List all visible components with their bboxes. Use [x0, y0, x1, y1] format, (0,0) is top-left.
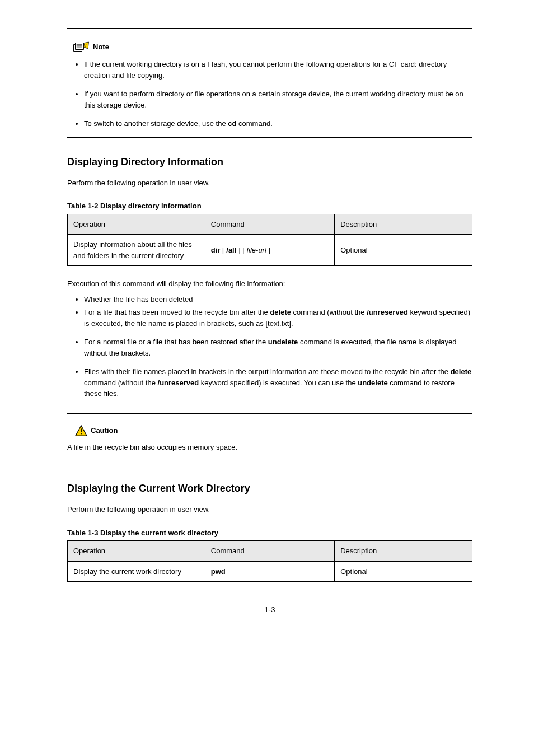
table-header: Operation — [68, 214, 205, 235]
table-cell: Display the current work directory — [68, 561, 205, 582]
table-row: Display the current work directory pwd O… — [68, 561, 472, 582]
section-intro: Perform the following operation in user … — [67, 504, 472, 515]
note-bullet: If the current working directory is on a… — [84, 59, 472, 81]
note-bullet: To switch to another storage device, use… — [84, 118, 472, 129]
exec-label: Execution of this command will display t… — [67, 278, 472, 290]
caution-label: Caution — [91, 425, 118, 436]
caution-header: Caution — [75, 425, 472, 436]
exec-bullet: Files with their file names placed in br… — [84, 366, 472, 399]
exec-bullet: For a normal file or a file that has bee… — [84, 337, 472, 358]
svg-rect-8 — [81, 433, 82, 434]
section-heading: Displaying Directory Information — [67, 155, 472, 170]
table-cell: dir [ /all ] [ file-url ] — [205, 235, 334, 266]
caution-icon — [75, 425, 87, 436]
table-header: Description — [335, 214, 472, 235]
section-displaying-cwd: Displaying the Current Work Directory Pe… — [67, 481, 472, 582]
caution-text: A file in the recycle bin also occupies … — [67, 442, 472, 453]
table-header: Command — [205, 214, 334, 235]
exec-bullets: Whether the file has been deleted For a … — [67, 294, 472, 399]
table-caption: Table 1-3 Display the current work direc… — [67, 528, 472, 539]
table-cwd: Operation Command Description Display th… — [67, 540, 472, 582]
note-header: Note — [73, 41, 472, 53]
note-bullet: If you want to perform directory or file… — [84, 88, 472, 110]
table-cell: Display information about all the files … — [68, 235, 205, 266]
page-number: 1-3 — [67, 604, 472, 615]
section-displaying-directory-info: Displaying Directory Information Perform… — [67, 155, 472, 399]
table-cell: pwd — [205, 561, 334, 582]
table-header-row: Operation Command Description — [68, 214, 472, 235]
table-cell: Optional — [335, 561, 472, 582]
table-cell: Optional — [335, 235, 472, 266]
caution-block: Caution A file in the recycle bin also o… — [67, 425, 472, 453]
table-caption: Table 1-2 Display directory information — [67, 200, 472, 212]
table-header: Operation — [68, 541, 205, 562]
table-header: Command — [205, 541, 334, 562]
table-row: Display information about all the files … — [68, 235, 472, 266]
exec-bullet: For a file that has been moved to the re… — [84, 307, 472, 329]
note-block: Note If the current working directory is… — [67, 41, 472, 129]
section-intro: Perform the following operation in user … — [67, 178, 472, 189]
svg-rect-7 — [81, 428, 82, 432]
table-dir-info: Operation Command Description Display in… — [67, 214, 472, 267]
note-bullets: If the current working directory is on a… — [67, 59, 472, 129]
note-icon — [73, 41, 90, 53]
table-header: Description — [335, 541, 472, 562]
note-label: Note — [93, 41, 109, 53]
exec-bullet: Whether the file has been deleted — [84, 294, 472, 305]
table-header-row: Operation Command Description — [68, 541, 472, 562]
section-heading: Displaying the Current Work Directory — [67, 481, 472, 496]
svg-marker-1 — [76, 43, 84, 50]
